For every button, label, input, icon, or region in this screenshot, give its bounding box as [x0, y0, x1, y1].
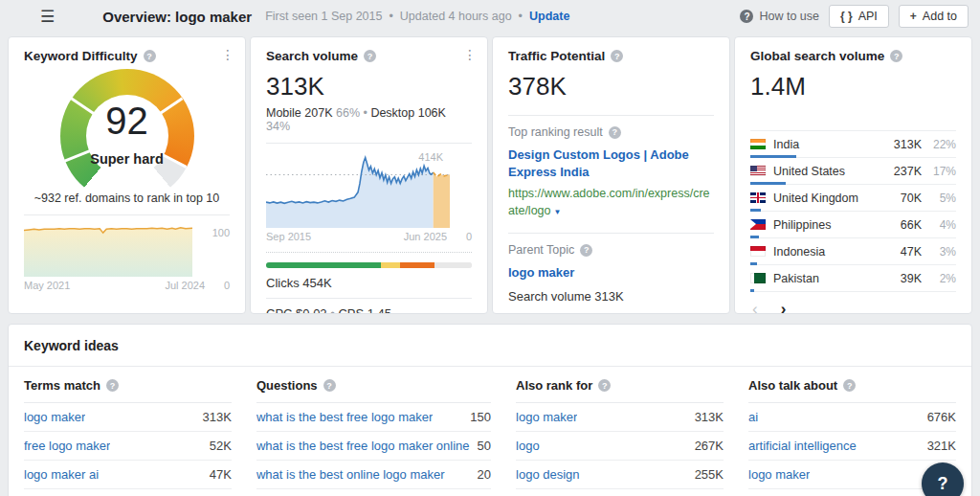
- keyword-link[interactable]: artificial intelligence: [748, 439, 857, 453]
- keyword-link[interactable]: logo maker: [24, 410, 85, 424]
- keyword-link[interactable]: logo maker ai: [24, 467, 99, 482]
- country-row: Indonesia47K3%: [750, 238, 956, 265]
- info-icon[interactable]: ?: [323, 379, 336, 392]
- country-name: United Kingdom: [773, 192, 858, 205]
- keyword-link[interactable]: logo maker: [516, 410, 577, 424]
- keyword-row: ai676K: [748, 403, 956, 432]
- difficulty-label: Super hard: [60, 151, 194, 167]
- divider: [508, 233, 714, 234]
- clicks-bar-segment: [381, 262, 399, 268]
- info-icon[interactable]: ?: [106, 379, 119, 392]
- us-flag-icon: [750, 166, 766, 176]
- how-to-use-button[interactable]: ? How to use: [740, 10, 819, 23]
- keyword-volume: 255K: [695, 467, 724, 482]
- keyword-row: logo design255K: [516, 461, 724, 489]
- info-icon[interactable]: ?: [364, 50, 376, 62]
- keyword-link[interactable]: logo: [516, 439, 540, 453]
- keyword-link[interactable]: what is the best online logo maker: [256, 467, 445, 482]
- cpc-value: CPC $0.02: [266, 306, 327, 314]
- x-end-label: Jul 2024: [165, 280, 205, 291]
- country-row: United States237K17%: [750, 158, 956, 185]
- keyword-volume: 150: [470, 410, 491, 424]
- top-bar: ☰ Overview: logo maker First seen 1 Sep …: [0, 0, 980, 33]
- country-volume: 237K: [894, 165, 922, 178]
- parent-topic-volume: Search volume 313K: [508, 289, 714, 304]
- keyword-link[interactable]: what is the best free logo maker online: [256, 439, 470, 453]
- keyword-meta: First seen 1 Sep 2015 • Updated 4 hours …: [265, 10, 569, 23]
- info-icon[interactable]: ?: [598, 379, 611, 392]
- keyword-ideas-grid: Terms match ? logo maker313Kfree logo ma…: [24, 367, 956, 496]
- cpc-cps-row: CPC $0.02 • CPS 1.45: [266, 299, 472, 314]
- keyword-link[interactable]: logo maker: [748, 467, 810, 482]
- terms-match-column: Terms match ? logo maker313Kfree logo ma…: [24, 367, 232, 496]
- y-axis-max-label: 100: [212, 227, 230, 238]
- keyword-link[interactable]: free logo maker: [24, 439, 110, 453]
- country-row: India313K22%: [750, 131, 956, 158]
- country-name: United States: [773, 165, 845, 178]
- keyword-row: logo maker313K: [516, 403, 724, 432]
- search-volume-value: 313K: [266, 72, 472, 101]
- column-header: Questions ?: [256, 367, 491, 403]
- help-circle-icon: ?: [740, 10, 753, 23]
- id-flag-icon: [750, 246, 766, 257]
- in-flag-icon: [750, 139, 766, 149]
- question-mark-icon: ?: [938, 474, 948, 494]
- top-bar-actions: ? How to use { } API + Add to: [740, 5, 969, 28]
- info-icon[interactable]: ?: [580, 244, 592, 257]
- divider: [508, 115, 714, 116]
- parent-topic-link[interactable]: logo maker: [508, 264, 714, 282]
- keyword-link[interactable]: what is the best free logo maker: [256, 410, 433, 424]
- update-link[interactable]: Update: [529, 10, 569, 23]
- updated-text: Updated 4 hours ago: [400, 10, 512, 23]
- keyword-link[interactable]: ai: [748, 410, 758, 424]
- clicks-bar-segment: [434, 262, 472, 268]
- traffic-potential-title: Traffic Potential: [508, 49, 605, 63]
- info-icon[interactable]: ?: [611, 50, 623, 62]
- kebab-menu-icon[interactable]: ⋮: [463, 47, 477, 62]
- add-to-button-label: Add to: [923, 10, 957, 23]
- keyword-volume: 52K: [210, 439, 232, 453]
- country-percent: 5%: [929, 192, 956, 205]
- x-axis-labels: May 2021 Jul 2024: [24, 280, 205, 291]
- x-start-label: Sep 2015: [266, 231, 311, 242]
- hamburger-menu-icon[interactable]: ☰: [40, 9, 55, 25]
- x-start-label: May 2021: [24, 280, 70, 291]
- clicks-row: Clicks 454K: [266, 268, 472, 299]
- separator-dot: •: [519, 10, 523, 23]
- country-percent: 3%: [929, 245, 956, 259]
- country-name: India: [773, 138, 799, 151]
- country-name: Philippines: [773, 218, 831, 232]
- first-seen-text: First seen 1 Sep 2015: [265, 10, 382, 23]
- keyword-link[interactable]: logo design: [516, 467, 580, 482]
- search-volume-chart: 414K 0 Sep 2015 Jun 2025: [266, 153, 472, 242]
- keyword-row: logo maker313K: [24, 403, 232, 432]
- also-rank-for-column: Also rank for ? logo maker313Klogo267Klo…: [516, 367, 724, 496]
- top-ranking-result-link[interactable]: Design Custom Logos | Adobe Express Indi…: [508, 147, 714, 180]
- keyword-difficulty-card: Keyword Difficulty ? ⋮ 92 Super hard ~93…: [8, 36, 246, 314]
- difficulty-value: 92: [60, 100, 194, 143]
- api-button[interactable]: { } API: [829, 5, 889, 28]
- next-page-icon[interactable]: ›: [781, 301, 787, 314]
- keyword-row: logo267K: [516, 432, 724, 461]
- info-icon[interactable]: ?: [890, 50, 902, 62]
- add-to-button[interactable]: + Add to: [899, 5, 969, 28]
- info-icon[interactable]: ?: [843, 379, 856, 392]
- info-icon[interactable]: ?: [609, 126, 621, 139]
- info-icon[interactable]: ?: [144, 50, 156, 62]
- country-volume: 70K: [901, 192, 922, 205]
- country-name: Pakistan: [773, 272, 819, 285]
- kebab-menu-icon[interactable]: ⋮: [221, 47, 234, 62]
- clicks-distribution-bar: [266, 262, 472, 268]
- keyword-volume: 313K: [695, 410, 724, 424]
- url-dropdown-caret-icon[interactable]: ▼: [553, 208, 561, 216]
- column-header: Also talk about ?: [748, 367, 956, 403]
- mobile-percent: 66%: [336, 106, 360, 120]
- divider: [266, 143, 472, 144]
- uk-flag-icon: [750, 192, 766, 203]
- keyword-difficulty-title: Keyword Difficulty: [24, 49, 138, 63]
- previous-page-icon[interactable]: ‹: [752, 301, 758, 314]
- column-header: Terms match ?: [24, 367, 232, 403]
- keyword-volume: 313K: [203, 410, 232, 424]
- country-percent: 2%: [929, 272, 956, 285]
- country-volume: 313K: [894, 138, 922, 151]
